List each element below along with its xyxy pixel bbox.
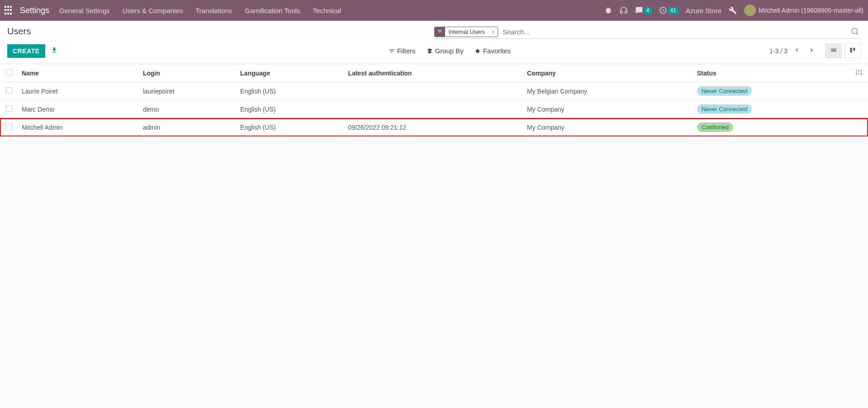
filters-dropdown[interactable]: Filters (389, 47, 416, 55)
view-kanban-icon[interactable] (844, 43, 861, 58)
cell-company: My Belgian Company (523, 82, 693, 100)
cell-latest-auth: 09/26/2022 09:21:12 (345, 118, 523, 136)
cell-language: English (US) (237, 100, 345, 118)
row-checkbox[interactable] (6, 123, 12, 130)
nav-technical[interactable]: Technical (313, 7, 342, 14)
nav-users-companies[interactable]: Users & Companies (123, 7, 183, 14)
cell-name: Laurie Poiret (18, 82, 139, 100)
cell-login: admin (139, 118, 237, 136)
table-header-row: Name Login Language Latest authenticatio… (0, 64, 868, 82)
col-language[interactable]: Language (237, 64, 345, 82)
cell-status: Never Connected (693, 100, 850, 118)
status-badge: Never Connected (697, 104, 752, 114)
support-icon[interactable] (620, 6, 628, 14)
create-button[interactable]: CREATE (7, 44, 45, 58)
nav-menu: General Settings Users & Companies Trans… (59, 7, 604, 14)
col-latest-auth[interactable]: Latest authentication (345, 64, 523, 82)
cell-latest-auth (345, 100, 523, 118)
filters-label: Filters (397, 47, 416, 55)
favorites-label: Favorites (483, 47, 511, 55)
user-menu[interactable]: Mitchell Admin (19609905-master-all) (744, 5, 863, 16)
control-panel: Users Internal Users × CREATE (0, 21, 868, 64)
activities-icon[interactable]: 41 (659, 6, 678, 14)
cell-name: Mitchell Admin (18, 118, 139, 136)
nav-translations[interactable]: Translations (195, 7, 232, 14)
cell-login: lauriepoiret (139, 82, 237, 100)
favorites-dropdown[interactable]: Favorites (474, 47, 511, 55)
search-input[interactable] (501, 26, 849, 38)
cell-company: My Company (523, 100, 693, 118)
debug-icon[interactable] (604, 6, 612, 14)
cell-status: Confirmed (693, 118, 850, 136)
messages-icon[interactable]: 4 (635, 6, 652, 14)
row-checkbox[interactable] (6, 105, 12, 112)
apps-icon[interactable] (5, 6, 14, 15)
cell-name: Marc Demo (18, 100, 139, 118)
export-icon[interactable] (51, 47, 58, 56)
col-company[interactable]: Company (523, 64, 693, 82)
facet-remove-icon[interactable]: × (489, 28, 498, 35)
nav-brand[interactable]: Settings (20, 6, 49, 15)
group-by-dropdown[interactable]: Group By (427, 47, 464, 55)
nav-general-settings[interactable]: General Settings (59, 7, 110, 14)
top-nav: Settings General Settings Users & Compan… (0, 0, 868, 21)
pager-prev-icon[interactable] (792, 45, 802, 57)
status-badge: Confirmed (697, 122, 733, 132)
nav-gamification-tools[interactable]: Gamification Tools (245, 7, 300, 14)
company-switcher[interactable]: Azure Store (686, 7, 721, 14)
search-icon[interactable] (849, 27, 861, 37)
status-badge: Never Connected (697, 86, 752, 96)
group-by-label: Group By (435, 47, 464, 55)
tools-icon[interactable] (729, 6, 737, 14)
nav-right: 4 41 Azure Store Mitchell Admin (1960990… (604, 5, 863, 16)
col-status[interactable]: Status (693, 64, 850, 82)
pager-text[interactable]: 1-3 / 3 (769, 47, 787, 55)
cell-language: English (US) (237, 118, 345, 136)
funnel-icon (435, 27, 445, 37)
row-checkbox[interactable] (6, 87, 12, 94)
table-row[interactable]: Mitchell AdminadminEnglish (US)09/26/202… (0, 118, 868, 136)
col-login[interactable]: Login (139, 64, 237, 82)
cell-status: Never Connected (693, 82, 850, 100)
svg-point-0 (852, 28, 857, 33)
select-all-checkbox[interactable] (6, 69, 12, 75)
pager-next-icon[interactable] (806, 45, 816, 57)
messages-badge: 4 (644, 7, 652, 14)
avatar (744, 5, 756, 16)
table-row[interactable]: Laurie PoiretlauriepoiretEnglish (US)My … (0, 82, 868, 100)
col-name[interactable]: Name (18, 64, 139, 82)
user-list: Name Login Language Latest authenticatio… (0, 64, 868, 136)
user-name: Mitchell Admin (19609905-master-all) (759, 7, 863, 14)
facet-label: Internal Users (445, 27, 489, 37)
search-bar: Internal Users × (434, 26, 861, 39)
table-row[interactable]: Marc DemodemoEnglish (US)My CompanyNever… (0, 100, 868, 118)
cell-language: English (US) (237, 82, 345, 100)
activities-badge: 41 (668, 7, 678, 14)
page-title: Users (7, 26, 434, 37)
column-options-icon[interactable] (855, 70, 863, 77)
cell-login: demo (139, 100, 237, 118)
cell-latest-auth (345, 82, 523, 100)
cell-company: My Company (523, 118, 693, 136)
search-facet: Internal Users × (434, 27, 498, 37)
view-list-icon[interactable] (825, 43, 842, 58)
